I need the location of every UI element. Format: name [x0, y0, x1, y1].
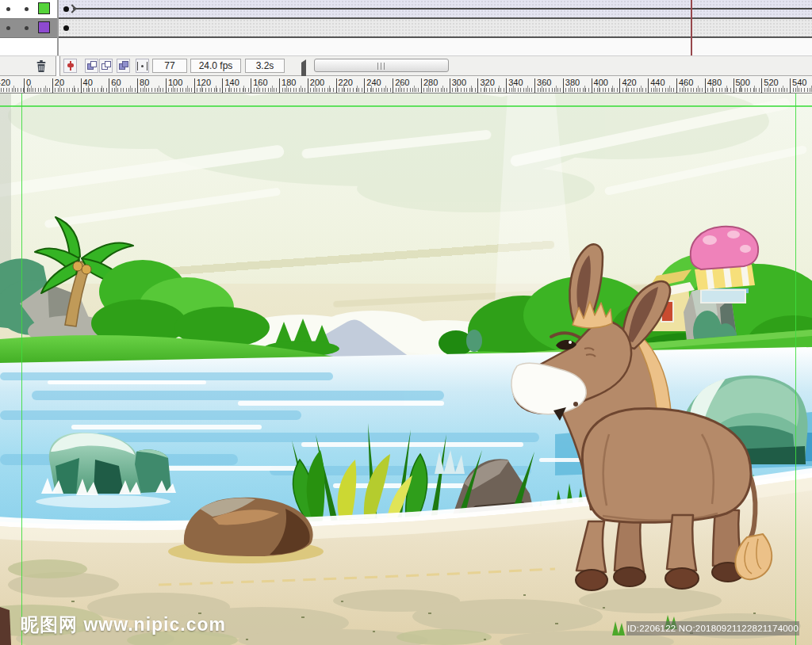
delete-layer-button[interactable] — [35, 59, 48, 74]
corner-rock-sliver — [0, 607, 11, 645]
center-frame-button[interactable] — [63, 59, 77, 73]
tween-span-line — [73, 8, 812, 10]
frames-row-2[interactable] — [59, 19, 812, 38]
timeline-panel: 77 24.0 fps 3.2s — [0, 0, 812, 76]
scroll-left-arrow[interactable] — [301, 63, 306, 77]
edit-multiple-frames-icon — [119, 61, 128, 71]
layer-visibility-dot[interactable] — [6, 7, 10, 11]
frames-row-1[interactable] — [59, 0, 812, 19]
nostril — [573, 402, 578, 406]
horizontal-ruler[interactable]: -200204060801001201401601802002202402602… — [0, 76, 812, 94]
watermark: 昵图网 www.nipic.com — [21, 613, 226, 637]
layer-outline-color-swatch[interactable] — [38, 21, 50, 33]
panel-separator — [56, 56, 60, 77]
onion-skin-outlines-button[interactable] — [99, 59, 113, 73]
edit-multiple-frames-button[interactable] — [117, 59, 130, 73]
frames-grid[interactable] — [59, 0, 812, 55]
keyframe-dot — [63, 25, 69, 31]
layer-lock-dot[interactable] — [25, 26, 29, 30]
elapsed-time-field[interactable]: 3.2s — [245, 59, 285, 73]
vertical-guide-right[interactable] — [795, 94, 796, 645]
playhead[interactable] — [691, 0, 692, 55]
timeline-controls-bar: 77 24.0 fps 3.2s — [0, 55, 812, 76]
layer-row-1[interactable] — [0, 0, 57, 19]
onion-skin-outlines-icon — [102, 61, 111, 71]
stage-canvas[interactable]: 昵图网 www.nipic.com ID:2206122 NO:20180921… — [0, 94, 812, 645]
ruler-minor-ticks — [0, 88, 812, 92]
layer-list — [0, 0, 59, 55]
layer-outline-color-swatch[interactable] — [38, 2, 50, 14]
layer-row-2[interactable] — [0, 19, 57, 38]
vertical-guide-left[interactable] — [21, 94, 22, 645]
onion-skin-button[interactable] — [85, 59, 98, 73]
image-id-bar: ID:2206122 NO:20180921122821174000 — [626, 621, 799, 635]
layer-lock-dot[interactable] — [25, 7, 29, 11]
modify-markers-icon — [137, 62, 147, 71]
current-frame-field[interactable]: 77 — [152, 59, 187, 73]
onion-skin-icon — [87, 61, 97, 71]
horizontal-guide[interactable] — [0, 105, 812, 107]
layer-visibility-dot[interactable] — [6, 26, 10, 30]
flash-authoring-window: 77 24.0 fps 3.2s -2002040608010012014016… — [0, 0, 812, 645]
stage-artwork — [0, 94, 812, 645]
timeline-scrollbar[interactable] — [314, 59, 449, 72]
modify-markers-button[interactable] — [136, 59, 149, 73]
center-frame-icon — [70, 61, 71, 71]
trash-icon — [35, 59, 48, 73]
scrollbar-grip-icon — [377, 63, 385, 70]
frame-rate-field[interactable]: 24.0 fps — [190, 59, 241, 73]
